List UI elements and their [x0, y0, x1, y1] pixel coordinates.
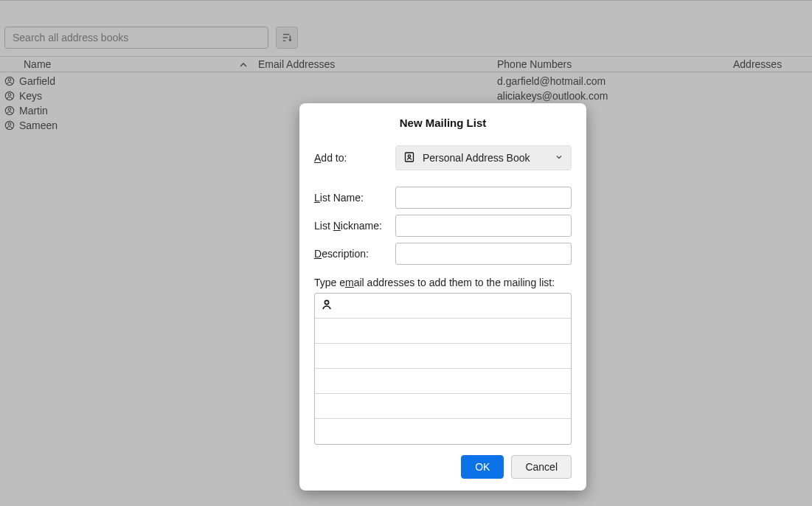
list-name-label: List Name:: [314, 192, 395, 204]
email-slot[interactable]: [315, 369, 571, 394]
list-nickname-label: List Nickname:: [314, 220, 395, 232]
add-to-label: Add to:: [314, 152, 395, 164]
email-slot[interactable]: [315, 394, 571, 419]
list-name-input[interactable]: [395, 187, 572, 209]
person-icon: [321, 299, 333, 313]
email-slot[interactable]: [315, 294, 571, 319]
email-slot[interactable]: [315, 419, 571, 444]
ok-button[interactable]: OK: [461, 455, 504, 479]
cancel-button[interactable]: Cancel: [511, 455, 572, 479]
email-address-list: [314, 293, 572, 445]
description-label: Description:: [314, 248, 395, 260]
addressbook-icon: [403, 151, 415, 165]
add-to-value: Personal Address Book: [423, 152, 530, 164]
email-slot[interactable]: [315, 319, 571, 344]
email-hint: Type email addresses to add them to the …: [314, 277, 572, 288]
description-input[interactable]: [395, 243, 572, 265]
list-nickname-input[interactable]: [395, 215, 572, 237]
email-slot[interactable]: [315, 344, 571, 369]
new-mailing-list-dialog: New Mailing List Add to: Personal Addres…: [299, 103, 586, 491]
dialog-title: New Mailing List: [314, 117, 572, 129]
svg-point-12: [408, 154, 410, 156]
svg-point-13: [325, 300, 328, 304]
chevron-down-icon: [555, 152, 563, 164]
add-to-select[interactable]: Personal Address Book: [395, 145, 572, 170]
